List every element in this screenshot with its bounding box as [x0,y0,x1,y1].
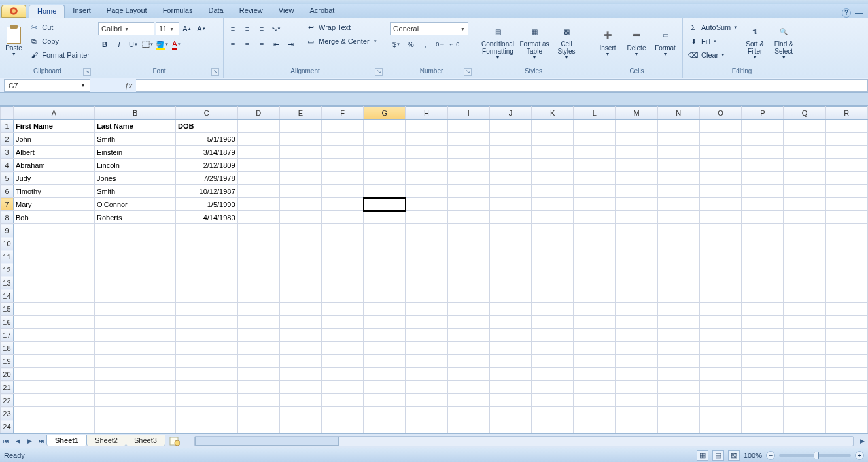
zoom-slider-thumb[interactable] [814,452,819,459]
cell-K5[interactable] [532,172,574,185]
cell-F20[interactable] [322,368,364,381]
cell-N24[interactable] [657,420,699,433]
cell-A8[interactable]: Bob [13,211,94,224]
conditional-formatting-button[interactable]: ▤Conditional Formatting▼ [479,20,517,63]
cell-E17[interactable] [279,329,321,342]
cell-H14[interactable] [406,289,447,303]
cell-B10[interactable] [95,237,176,250]
sort-filter-button[interactable]: ⇅Sort & Filter▼ [741,20,769,63]
ribbon-tab-insert[interactable]: Insert [65,5,99,18]
cell-A18[interactable] [13,342,94,355]
cell-P21[interactable] [742,381,784,394]
cell-G11[interactable] [364,250,406,263]
cell-R14[interactable] [825,289,867,303]
cell-K10[interactable] [532,237,574,250]
cell-E15[interactable] [279,303,321,316]
cell-R22[interactable] [825,394,867,407]
cell-D22[interactable] [237,394,279,407]
cell-J4[interactable] [489,159,531,172]
cell-I11[interactable] [447,250,489,263]
cell-Q9[interactable] [784,224,825,237]
cell-D19[interactable] [237,355,279,368]
cell-A22[interactable] [13,394,94,407]
cell-G6[interactable] [364,185,406,198]
cell-F9[interactable] [322,224,364,237]
cell-G13[interactable] [364,276,406,289]
cell-L7[interactable] [574,198,616,211]
cell-C4[interactable]: 2/12/1809 [176,159,237,172]
column-header-L[interactable]: L [574,107,616,120]
cell-P8[interactable] [742,211,784,224]
row-header-17[interactable]: 17 [1,329,14,342]
cell-K13[interactable] [532,276,574,289]
cell-G23[interactable] [364,407,406,420]
cell-K12[interactable] [532,263,574,276]
cell-R9[interactable] [825,224,867,237]
cell-G9[interactable] [364,224,406,237]
cell-O9[interactable] [699,224,741,237]
cell-C16[interactable] [176,316,237,329]
cell-B2[interactable]: Smith [95,133,176,146]
select-all-corner[interactable] [1,107,14,120]
cell-E22[interactable] [279,394,321,407]
cell-I7[interactable] [447,198,489,211]
cell-K16[interactable] [532,316,574,329]
cell-R24[interactable] [825,420,867,433]
cell-F10[interactable] [322,237,364,250]
cell-B22[interactable] [95,394,176,407]
cell-Q12[interactable] [784,263,825,276]
cell-P1[interactable] [742,120,784,133]
row-header-22[interactable]: 22 [1,394,14,407]
cell-I3[interactable] [447,146,489,159]
cell-J9[interactable] [489,224,531,237]
cell-C20[interactable] [176,368,237,381]
underline-button[interactable]: U▼ [127,38,140,51]
cell-N9[interactable] [657,224,699,237]
cell-D24[interactable] [237,420,279,433]
cell-E6[interactable] [279,185,321,198]
wrap-text-button[interactable]: ↩Wrap Text [303,21,380,34]
cell-Q17[interactable] [784,329,825,342]
cell-E2[interactable] [279,133,321,146]
align-right-button[interactable]: ≡ [255,38,268,51]
cell-R8[interactable] [825,211,867,224]
clear-button[interactable]: ⌫Clear▼ [686,48,740,61]
row-header-20[interactable]: 20 [1,368,14,381]
cell-O5[interactable] [699,172,741,185]
row-header-24[interactable]: 24 [1,420,14,433]
office-button[interactable] [1,5,26,18]
insert-cells-button[interactable]: ➕Insert▼ [594,20,621,63]
cell-O12[interactable] [699,263,741,276]
cell-D17[interactable] [237,329,279,342]
cell-N19[interactable] [657,355,699,368]
cell-C22[interactable] [176,394,237,407]
cell-N8[interactable] [657,211,699,224]
cell-M20[interactable] [616,368,657,381]
cell-A11[interactable] [13,250,94,263]
cell-F23[interactable] [322,407,364,420]
sheet-tab-sheet2[interactable]: Sheet2 [86,435,126,446]
cell-L2[interactable] [574,133,616,146]
cell-N22[interactable] [657,394,699,407]
cell-Q23[interactable] [784,407,825,420]
cell-O15[interactable] [699,303,741,316]
cell-O2[interactable] [699,133,741,146]
ribbon-tab-page-layout[interactable]: Page Layout [99,5,155,18]
cell-G15[interactable] [364,303,406,316]
column-header-G[interactable]: G [364,107,406,120]
cell-D20[interactable] [237,368,279,381]
cell-B3[interactable]: Einstein [95,146,176,159]
cell-I17[interactable] [447,329,489,342]
cell-A6[interactable]: Timothy [13,185,94,198]
cell-D8[interactable] [237,211,279,224]
normal-view-button[interactable]: ▦ [697,450,708,461]
cell-L1[interactable] [574,120,616,133]
cell-J22[interactable] [489,394,531,407]
decrease-indent-button[interactable]: ⇤ [269,38,283,51]
help-icon[interactable]: ? [842,8,851,18]
cell-R6[interactable] [825,185,867,198]
cell-N13[interactable] [657,276,699,289]
cell-I24[interactable] [447,420,489,433]
cell-Q21[interactable] [784,381,825,394]
cell-Q15[interactable] [784,303,825,316]
